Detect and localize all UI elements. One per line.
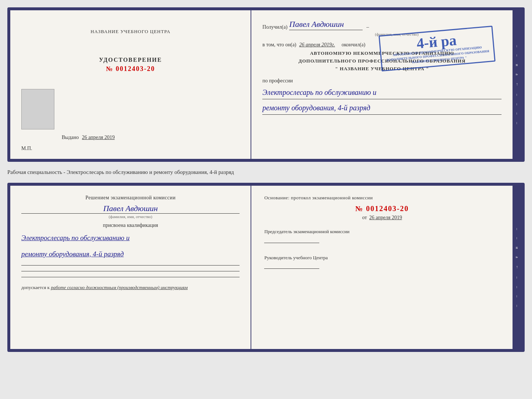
- vtom-date: 26 апреля 2019г.: [299, 42, 335, 48]
- dash-top: –: [366, 24, 369, 30]
- rukovoditel-block: Руководитель учебного Центра: [264, 254, 500, 269]
- po-professii-label: по профессии: [262, 78, 502, 84]
- page-wrapper: НАЗВАНИЕ УЧЕБНОГО ЦЕНТРА УДОСТОВЕРЕНИЕ №…: [7, 7, 525, 352]
- osnovanie-text: Основание: протокол экзаменационной коми…: [264, 195, 500, 201]
- separator-text: Рабочая специальность - Электрослесарь п…: [7, 166, 525, 178]
- profession-line2-top: ремонту оборудования, 4-й разряд: [262, 101, 502, 115]
- dopuskaetsya-block: допускается к работе согласно должностны…: [21, 285, 240, 291]
- side-dash-b3: –: [515, 277, 520, 279]
- rukovoditel-signature-line: [264, 268, 319, 269]
- predsedatel-label: Председатель экзаменационной комиссии: [264, 228, 500, 235]
- profession-line1-bottom: Электрослесарь по обслуживанию и: [21, 231, 240, 245]
- dopuskaetsya-label: допускается к: [21, 285, 50, 290]
- side-dash5: –: [515, 113, 520, 115]
- recipient-name: Павел Авдюшин: [289, 19, 363, 30]
- side-dash4: –: [515, 103, 520, 106]
- ot-date-block: от 26 апреля 2019: [264, 215, 500, 221]
- protocol-number: № 0012403-20: [264, 204, 500, 213]
- top-document: НАЗВАНИЕ УЧЕБНОГО ЦЕНТРА УДОСТОВЕРЕНИЕ №…: [7, 7, 525, 162]
- vtom-label: в том, что он(a): [262, 42, 296, 48]
- doc-number-top: № 0012403-20: [106, 65, 155, 73]
- predsedatel-block: Председатель экзаменационной комиссии: [264, 228, 500, 243]
- side-a-b: а: [515, 256, 520, 258]
- rukovoditel-label: Руководитель учебного Центра: [264, 254, 500, 261]
- okochil-label: окончил(а): [342, 42, 366, 48]
- top-doc-left: НАЗВАНИЕ УЧЕБНОГО ЦЕНТРА УДОСТОВЕРЕНИЕ №…: [10, 10, 251, 159]
- ot-date-value: 26 апреля 2019: [369, 215, 402, 220]
- side-arrow: ←: [515, 82, 520, 86]
- predsedatel-signature-line: [264, 243, 319, 243]
- side-a: а: [515, 74, 520, 75]
- person-name-bottom: Павел Авдюшин: [21, 204, 240, 214]
- mp-label: М.П.: [21, 146, 32, 152]
- side-dash3: –: [515, 94, 520, 96]
- top-doc-right: Получил(a) Павел Авдюшин – (фамилия, имя…: [251, 10, 513, 159]
- resheniem-text: Решением экзаменационной комиссии: [21, 195, 240, 201]
- photo-placeholder: [21, 89, 54, 129]
- top-center-title: НАЗВАНИЕ УЧЕБНОГО ЦЕНТРА: [90, 29, 170, 35]
- side-dash2: –: [515, 54, 520, 57]
- vydano-date: 26 апреля 2019: [82, 135, 115, 140]
- profession-line2-bottom: ремонту оборудования, 4-й разряд: [21, 247, 240, 261]
- profession-line1-top: Электрослесарь по обслуживанию и: [262, 86, 502, 99]
- udostoverenie-title: УДОСТОВЕРЕНИЕ: [99, 57, 162, 63]
- bottom-document: Решением экзаменационной комиссии Павел …: [7, 183, 525, 352]
- fio-subtitle-bottom: (фамилия, имя, отчество): [21, 214, 240, 219]
- dopuskaetsya-work-text: работе согласно должностным (производств…: [51, 285, 187, 290]
- vydano-label: Выдано: [62, 135, 79, 140]
- side-i-b: и: [515, 247, 520, 249]
- side-dash-b4: –: [515, 286, 520, 288]
- side-dash-b1: –: [515, 228, 520, 230]
- side-bar-bottom: – – и а ← – – – –: [513, 186, 522, 349]
- side-dash-b5: –: [515, 295, 520, 298]
- side-arrow-b: ←: [515, 265, 520, 269]
- side-dash6: –: [515, 122, 520, 124]
- side-dash-b2: –: [515, 237, 520, 239]
- side-dash-b6: –: [515, 305, 520, 307]
- ot-label: от: [362, 215, 367, 220]
- blank-line3: [21, 277, 240, 277]
- bottom-doc-right: Основание: протокол экзаменационной коми…: [251, 186, 513, 349]
- prisvoena-text: присвоена квалификация: [21, 222, 240, 228]
- vydano-line: Выдано 26 апреля 2019: [62, 135, 115, 140]
- side-dash1: –: [515, 45, 520, 47]
- bottom-doc-left: Решением экзаменационной комиссии Павел …: [10, 186, 251, 349]
- poluchil-label: Получил(a): [262, 24, 287, 30]
- side-i: и: [515, 64, 520, 66]
- side-bar-top: – – и а ← – – – –: [513, 10, 522, 159]
- blank-line1: [21, 265, 240, 266]
- blank-line2: [21, 271, 240, 271]
